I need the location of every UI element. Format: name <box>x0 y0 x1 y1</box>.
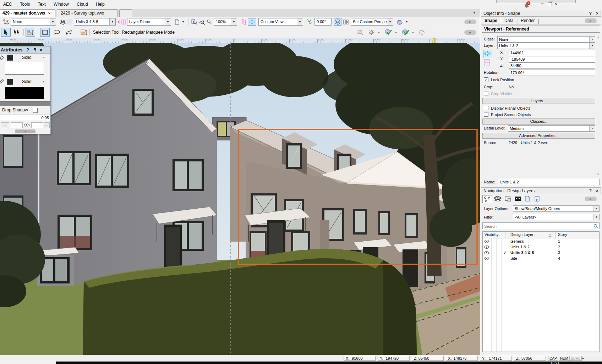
line-thickness-preview[interactable] <box>0 101 50 106</box>
pen-style-value[interactable]: Solid <box>22 79 32 84</box>
pen-style-dropdown-icon[interactable]: ▼ <box>43 80 45 83</box>
col-design-layer[interactable]: Design Layer <box>510 232 533 237</box>
notification-bell-icon[interactable]: 1 <box>522 1 532 8</box>
panel-close-icon[interactable]: × <box>596 11 598 16</box>
minimize-button[interactable]: – <box>541 1 543 6</box>
scroll-up-icon[interactable]: ∧ <box>597 35 600 39</box>
render-mode-dropdown-icon[interactable]: ▼ <box>393 29 399 36</box>
tab-stub[interactable] <box>119 9 132 17</box>
window-close-button[interactable]: × <box>554 1 557 6</box>
visibility-eye-icon[interactable] <box>484 251 489 255</box>
crop-visible-checkbox[interactable] <box>484 91 488 96</box>
view-compass-icon[interactable] <box>248 18 256 26</box>
projection-check-icon[interactable] <box>400 28 410 37</box>
tab-render[interactable]: Render <box>521 18 535 23</box>
document-settings-dropdown-icon[interactable]: ▼ <box>180 18 186 26</box>
line-end-left-box[interactable] <box>11 122 23 128</box>
project-screen-checkbox[interactable] <box>484 112 488 117</box>
layers-button[interactable]: Layers... <box>482 98 595 104</box>
restore-button[interactable] <box>548 2 552 6</box>
object-info-scrollbar[interactable]: ∧ ∨ <box>596 35 601 177</box>
fill-color-preview[interactable] <box>5 63 44 75</box>
view-combo[interactable]: Custom View▼ <box>258 18 303 26</box>
menu-aec[interactable]: AEC <box>0 0 15 7</box>
fill-style-dropdown-icon[interactable]: ▼ <box>43 56 45 59</box>
x-field[interactable]: 144962 <box>509 50 595 56</box>
z-field[interactable]: 84450 <box>509 62 595 69</box>
menu-text[interactable]: Text <box>35 0 49 7</box>
col-story[interactable]: Story <box>558 232 567 237</box>
filter-combo[interactable]: <All Layers>▼ <box>513 214 600 220</box>
tab-shape[interactable]: Shape <box>485 18 501 23</box>
link-icon[interactable] <box>23 123 30 127</box>
hierarchy-icon[interactable] <box>2 18 10 26</box>
nav-references-icon[interactable] <box>533 195 541 202</box>
attributes-title-bar[interactable]: Attributes ? × <box>0 46 50 54</box>
chevron-down-icon[interactable]: ▼ <box>231 18 237 25</box>
visibility-eye-icon[interactable] <box>484 239 489 243</box>
nav-sheet-layers-icon[interactable] <box>504 195 512 202</box>
layer-row-units-1-2[interactable]: Units 1 & 2 2 <box>483 244 599 250</box>
fill-color-swatch[interactable] <box>7 55 13 61</box>
snap-grid-icon[interactable] <box>66 18 74 26</box>
layer-search-box[interactable] <box>482 222 600 229</box>
menu-help[interactable]: Help <box>93 0 108 7</box>
active-layer-combo[interactable]: Units 3 4 & 5▼ <box>74 18 116 26</box>
navigation-overflow-button[interactable]: ▶ <box>585 197 597 201</box>
menu-window[interactable]: Window <box>50 0 72 7</box>
line-end-right-box[interactable] <box>31 122 43 128</box>
nav-design-layers-icon[interactable] <box>494 195 502 202</box>
detail-level-combo[interactable]: Medium▼ <box>508 125 595 132</box>
drop-shadow-more[interactable]: .. <box>43 107 45 111</box>
chevron-down-icon[interactable]: ▼ <box>387 18 393 25</box>
chevron-down-icon[interactable]: ▼ <box>297 18 303 25</box>
tab-survey-topt[interactable]: 2429 - Survey topt.vwx <box>57 9 118 17</box>
menu-tools[interactable]: Tools <box>17 0 33 7</box>
status-overflow-icon[interactable]: ▶ <box>582 357 584 360</box>
attributes-palette[interactable]: Attributes ? × Solid ▼ Solid ▼ Drop Shad… <box>0 46 51 134</box>
palette-expand-button[interactable]: ▼ <box>15 129 35 133</box>
line-end-right-dropdown[interactable]: ▼ <box>44 122 50 128</box>
line-end-left-dropdown[interactable]: ▼ <box>1 122 9 128</box>
render-teapot-icon[interactable] <box>417 28 428 37</box>
active-class-combo[interactable]: None▼ <box>11 18 56 26</box>
tab-close-icon[interactable]: × <box>48 11 50 15</box>
help-icon[interactable]: ? <box>589 11 592 16</box>
wall-plane-icon[interactable] <box>240 18 248 26</box>
help-icon[interactable]: ? <box>589 188 592 193</box>
rotation-angle-field[interactable]: 0.00° <box>314 18 332 26</box>
chevron-down-icon[interactable]: ▼ <box>589 43 595 49</box>
drawing-viewport[interactable] <box>0 43 480 355</box>
rectangular-marquee-mode-icon[interactable] <box>40 28 50 37</box>
pin-icon[interactable] <box>33 48 37 52</box>
advanced-properties-button[interactable]: Advanced Properties... <box>482 133 595 139</box>
tab-master-doc[interactable]: 429 - master doc.vwx× <box>0 9 55 17</box>
render-style-dropdown-icon[interactable]: ▼ <box>404 18 410 26</box>
panel-close-icon[interactable]: × <box>596 188 598 193</box>
rotation-axis-icon[interactable]: x <box>305 18 314 26</box>
chevron-down-icon[interactable]: ▼ <box>50 18 56 25</box>
nav-saved-views-icon[interactable] <box>524 195 531 202</box>
zoom-icon[interactable] <box>206 18 212 26</box>
visibility-eye-icon[interactable] <box>484 245 489 249</box>
layer-row-units-3-4-5[interactable]: ✓ Units 3 4 & 5 3 <box>483 250 599 256</box>
class-combo[interactable]: None▼ <box>497 36 595 43</box>
plane-mode-combo[interactable]: Layer Plane▼ <box>127 18 171 26</box>
interactive-scaling-mode-icon[interactable] <box>26 28 35 37</box>
render-mode-check-icon[interactable] <box>383 28 393 37</box>
object-info-overflow-button[interactable]: ▶ <box>585 18 597 23</box>
document-settings-icon[interactable] <box>173 18 181 26</box>
interactive-scaling-settings-icon[interactable] <box>79 28 88 37</box>
rotation-field[interactable]: 170.99° <box>509 70 595 76</box>
nav-viewports-icon[interactable] <box>514 195 522 202</box>
opacity-slider[interactable]: 0.05 <box>0 115 50 121</box>
zoom-objects-icon[interactable] <box>198 18 206 26</box>
display-planar-checkbox[interactable] <box>484 106 488 110</box>
classes-button[interactable]: Classes... <box>482 118 595 125</box>
name-field[interactable]: Units 1 & 2 <box>498 179 600 185</box>
chevron-down-icon[interactable]: ▼ <box>165 18 171 25</box>
chevron-down-icon[interactable]: ▼ <box>593 214 599 220</box>
col-sort-icon[interactable]: △ <box>548 232 551 237</box>
working-plane-icon[interactable] <box>483 59 492 67</box>
chevron-down-icon[interactable]: ▼ <box>593 206 599 211</box>
